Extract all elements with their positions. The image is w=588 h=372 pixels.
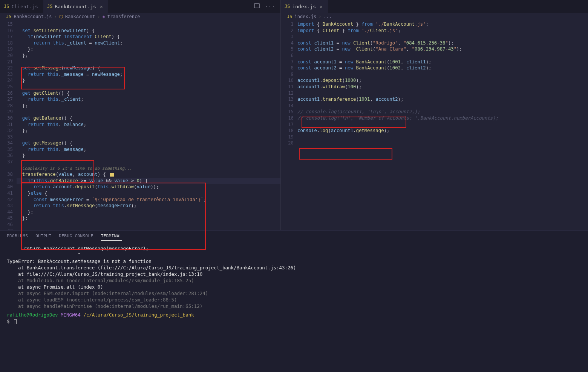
crumb-file[interactable]: index.js [294, 14, 316, 19]
split-editor-icon[interactable] [254, 3, 260, 10]
tab-terminal[interactable]: TERMINAL [101, 234, 122, 241]
chevron-right-icon: › [318, 14, 321, 19]
tab-label: BankAccount.js [55, 4, 96, 9]
left-code-view[interactable]: 1516171819202122232425262728293031323334… [0, 21, 280, 230]
close-icon[interactable]: × [320, 4, 323, 9]
tab-bankaccount-js[interactable]: JS BankAccount.js × [43, 0, 108, 13]
js-file-icon: JS [285, 4, 290, 9]
js-file-icon: JS [4, 4, 9, 9]
tab-client-js[interactable]: JS Client.js [0, 0, 43, 13]
crumb-method[interactable]: transference [107, 14, 140, 19]
panel-tabs: PROBLEMS OUTPUT DEBUG CONSOLE TERMINAL [0, 231, 588, 243]
right-code-lines[interactable]: import { BankAccount } from './BankAccou… [297, 21, 588, 230]
tab-label: index.js [292, 4, 316, 9]
tab-index-js[interactable]: JS index.js × [281, 0, 328, 13]
more-actions-icon[interactable]: ··· [265, 4, 276, 9]
right-code-view[interactable]: 1234567891011121314151617181920 import {… [281, 21, 588, 230]
right-gutter: 1234567891011121314151617181920 [281, 21, 297, 230]
right-editor: JS index.js × JS index.js › ... 12345678… [281, 0, 588, 230]
right-breadcrumbs[interactable]: JS index.js › ... [281, 13, 588, 21]
chevron-right-icon: › [54, 14, 57, 19]
editor-actions: ··· [254, 0, 280, 13]
tab-output[interactable]: OUTPUT [35, 234, 51, 241]
close-icon[interactable]: × [100, 4, 103, 9]
js-file-icon: JS [47, 4, 52, 9]
bottom-panel: PROBLEMS OUTPUT DEBUG CONSOLE TERMINAL r… [0, 230, 588, 372]
js-file-icon: JS [6, 14, 11, 19]
crumb-class[interactable]: BankAccount [65, 14, 95, 19]
tab-label: Client.js [11, 4, 38, 9]
tab-problems[interactable]: PROBLEMS [7, 234, 28, 241]
left-tab-strip: JS Client.js JS BankAccount.js × ··· [0, 0, 280, 13]
crumb-ellipsis[interactable]: ... [323, 14, 332, 19]
left-editor: JS Client.js JS BankAccount.js × ··· JS [0, 0, 281, 230]
crumb-file[interactable]: BankAccount.js [14, 14, 52, 19]
method-icon: ◈ [103, 14, 105, 19]
right-tab-strip: JS index.js × [281, 0, 588, 13]
left-code-lines[interactable]: set setClient(newClient) { if(newClient … [17, 21, 280, 230]
js-file-icon: JS [287, 14, 292, 19]
left-gutter: 1516171819202122232425262728293031323334… [0, 21, 17, 230]
chevron-right-icon: › [97, 14, 100, 19]
class-icon: ⬡ [59, 14, 63, 19]
tab-debug-console[interactable]: DEBUG CONSOLE [59, 234, 93, 241]
terminal-view[interactable]: return BankAccount.setMessage(messageErr… [0, 243, 588, 372]
left-breadcrumbs[interactable]: JS BankAccount.js › ⬡ BankAccount › ◈ tr… [0, 13, 280, 21]
